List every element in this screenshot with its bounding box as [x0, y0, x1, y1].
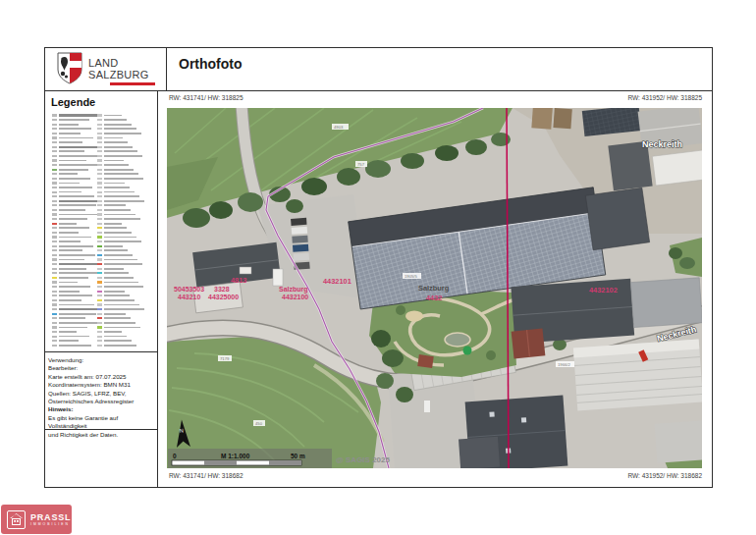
legend-label-microtext — [104, 317, 131, 319]
legend-label-microtext — [59, 209, 85, 211]
logo-red-underline — [110, 82, 155, 85]
legend-swatch — [97, 291, 102, 293]
legend-label-microtext — [59, 164, 99, 166]
legend-swatch — [52, 331, 57, 333]
area-label-neckreith: Neckreith — [642, 139, 682, 149]
legend-label-microtext — [59, 308, 98, 310]
legend-swatch — [97, 191, 102, 193]
label-4432: 4432 — [426, 294, 442, 302]
legend-row — [97, 249, 154, 252]
legend-swatch — [52, 299, 57, 301]
legend-swatch — [97, 227, 102, 229]
legend-row — [52, 286, 99, 289]
legend-swatch — [97, 213, 102, 215]
legend-row — [97, 303, 154, 306]
legend-row — [52, 244, 99, 247]
legend-row — [52, 326, 99, 329]
legend-label-microtext — [59, 223, 77, 225]
legend-col1 — [52, 114, 99, 348]
legend-swatch — [97, 114, 102, 116]
legend-label-microtext — [104, 128, 136, 130]
legend-label-microtext — [59, 141, 82, 143]
legend-row — [97, 312, 154, 315]
legend-swatch — [52, 209, 57, 211]
legend-row — [52, 154, 99, 157]
legend-row — [97, 263, 154, 266]
parcel-label: 1905/5 — [405, 274, 417, 279]
legend-row — [52, 227, 99, 230]
legend-label-microtext — [104, 259, 137, 261]
legend-swatch — [97, 124, 102, 126]
legend-label-microtext — [104, 155, 142, 157]
white-car — [424, 401, 430, 412]
parcel-label: 757 — [357, 162, 365, 167]
legend-label-microtext — [59, 317, 85, 319]
legend-label-microtext — [104, 195, 139, 197]
legend-row — [97, 182, 154, 185]
legend-swatch — [52, 223, 57, 225]
legend-label-microtext — [104, 286, 143, 288]
north-letter: N — [180, 427, 184, 433]
legend-swatch — [97, 146, 102, 148]
legend-label-microtext — [104, 187, 130, 188]
legend-row — [97, 331, 154, 334]
legend-swatch — [97, 308, 102, 310]
legend-swatch — [97, 209, 102, 211]
legend-label-microtext — [59, 227, 89, 229]
info-note-label: Hinweis: — [48, 405, 153, 413]
legend-swatch — [97, 345, 102, 347]
legend-swatch — [52, 146, 57, 148]
legend-swatch — [52, 241, 57, 242]
legend-label-microtext — [59, 291, 80, 293]
legend-row — [52, 335, 99, 338]
legend-label-microtext — [104, 304, 139, 306]
legend-swatch — [52, 227, 57, 229]
legend-label-microtext — [104, 160, 124, 162]
legend-swatch — [97, 128, 102, 130]
legend-row — [52, 298, 99, 301]
legend-label-microtext — [104, 169, 134, 171]
legend-label-microtext — [104, 191, 135, 193]
legend-label-microtext — [104, 209, 131, 211]
legend-row — [97, 195, 154, 198]
legend-swatch — [52, 258, 57, 260]
legend-swatch — [52, 169, 57, 171]
legend-row — [52, 114, 99, 117]
legend-row — [97, 241, 154, 243]
legend-swatch — [97, 182, 102, 184]
legend-row — [97, 222, 154, 225]
legend-label-microtext — [104, 119, 127, 121]
legend-swatch — [97, 258, 102, 260]
legend-row — [52, 294, 99, 297]
legend-label-microtext — [59, 150, 84, 152]
legend-swatch — [52, 308, 57, 310]
legend-row — [52, 195, 99, 198]
legend-label-microtext — [104, 141, 128, 143]
legend-swatch — [97, 164, 102, 166]
legend-label-microtext — [59, 345, 91, 347]
legend-label-microtext — [59, 299, 81, 301]
legend-label-microtext — [59, 294, 92, 296]
legend-swatch — [52, 133, 57, 134]
label-50453503: 50453503 — [174, 286, 204, 293]
legend-row — [52, 119, 99, 122]
legend-label-microtext — [104, 249, 128, 251]
legend-swatch — [97, 303, 102, 305]
legend-label-microtext — [104, 327, 140, 329]
legend-row — [52, 276, 99, 279]
legend-label-microtext — [104, 173, 138, 175]
legend-row — [52, 128, 99, 131]
legend-swatch — [52, 272, 57, 274]
legend-row — [97, 187, 154, 189]
legend-row — [52, 187, 99, 189]
legend-swatch — [52, 340, 57, 342]
logo-cell: LAND SALZBURG — [44, 47, 167, 90]
label-salzburg-1: Salzburg — [279, 286, 308, 294]
legend-swatch — [52, 281, 57, 283]
legend-row — [97, 128, 154, 131]
scale-zero: 0 — [173, 453, 177, 459]
legend-swatch — [52, 128, 57, 130]
legend-swatch — [52, 204, 57, 206]
legend-row — [52, 168, 99, 171]
legend-swatch — [97, 322, 102, 324]
